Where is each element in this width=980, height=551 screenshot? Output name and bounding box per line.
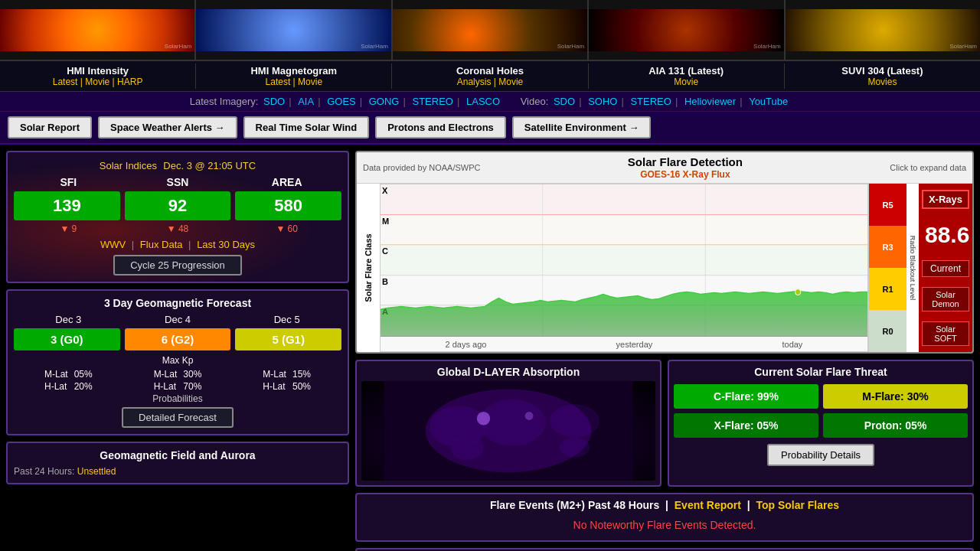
video-label: Video:	[521, 96, 549, 107]
suvi304-cell: SolarHam	[786, 0, 980, 60]
sdo-imagery-link[interactable]: SDO	[263, 96, 285, 107]
hmi-intensity-links[interactable]: Latest | Movie | HARP	[3, 77, 192, 87]
prob-col-1: M-Lat 05% H-Lat 20%	[44, 369, 93, 392]
absorption-map[interactable]	[361, 381, 655, 481]
probability-details-button[interactable]: Probability Details	[767, 444, 874, 466]
hmi-intensity-title: HMI Intensity	[3, 65, 192, 77]
aia131-cell: SolarHam	[589, 0, 785, 60]
stereo-imagery-link[interactable]: STEREO	[413, 96, 453, 107]
youtube-video-link[interactable]: YouTube	[749, 96, 788, 107]
coronal-holes-links[interactable]: Analysis | Movie	[395, 77, 584, 87]
cycle-progression-button[interactable]: Cycle 25 Progression	[113, 255, 242, 276]
hmi-mag-latest-link[interactable]: Latest	[266, 77, 291, 87]
image-labels: HMI Intensity Latest | Movie | HARP HMI …	[0, 61, 980, 92]
proton-threat: Proton: 05%	[823, 413, 968, 438]
forecast-day-1: Dec 3	[14, 314, 123, 325]
hmi-magnetogram-cell: SolarHam	[196, 0, 392, 60]
area-header: AREA	[232, 176, 341, 188]
mlat-label-1: M-Lat	[44, 369, 68, 380]
r-levels: R5 R3 R1 R0	[868, 184, 906, 352]
past-hours: Past 24 Hours: Unsettled	[14, 466, 341, 477]
coronal-analysis-link[interactable]: Analysis	[457, 77, 492, 87]
probabilities-label: Probabilities	[14, 393, 341, 404]
aia131-links[interactable]: Movie	[592, 77, 781, 87]
hlat-label-2: H-Lat	[154, 381, 176, 392]
space-weather-alerts-button[interactable]: Space Weather Alerts →	[98, 116, 237, 139]
goes-imagery-link[interactable]: GOES	[327, 96, 356, 107]
aia131-movie-link[interactable]: Movie	[674, 77, 698, 87]
protons-electrons-button[interactable]: Protons and Electrons	[375, 116, 506, 139]
solar-demon-button[interactable]: SolarDemon	[922, 287, 969, 311]
radio-text: Radio Blackout Level	[909, 236, 916, 301]
lasco-imagery-link[interactable]: LASCO	[466, 96, 500, 107]
hlat-val-1: 20%	[74, 381, 93, 392]
mlat-row-1: M-Lat 05%	[44, 369, 93, 380]
indices-changes: ▼ 9 ▼ 48 ▼ 60	[14, 223, 341, 234]
hmi-mag-label: HMI Magnetogram Latest | Movie	[196, 64, 392, 89]
ssn-header: SSN	[123, 176, 233, 188]
goes-label: GOES-16 X-Ray Flux	[640, 169, 730, 180]
flare-click-label[interactable]: Click to expand data	[890, 163, 966, 172]
hmi-latest-link[interactable]: Latest	[53, 77, 78, 87]
aia-imagery-link[interactable]: AIA	[298, 96, 314, 107]
flare-events-label: Flare Events (M2+) Past 48 Hours	[490, 499, 659, 511]
wwv-link[interactable]: WWV	[100, 239, 126, 250]
geo-field-status[interactable]: Unsettled	[77, 466, 116, 477]
hmi-intensity-label: HMI Intensity Latest | Movie | HARP	[0, 64, 196, 89]
image-strip: SolarHam SolarHam SolarHam SolarHam Sola…	[0, 0, 980, 61]
forecast-boxes: 3 (G0) 6 (G2) 5 (G1)	[14, 328, 341, 350]
x-axis: 2 days ago yesterday today	[381, 336, 867, 351]
svg-point-13	[426, 390, 592, 472]
aia131-label: AIA 131 (Latest) Movie	[589, 64, 785, 89]
coronal-movie-link[interactable]: Movie	[498, 77, 523, 87]
forecast-box-2: 6 (G2)	[125, 328, 231, 350]
flare-detection-panel: Data provided by NOAA/SWPC Solar Flare D…	[355, 151, 974, 354]
aia131-title: AIA 131 (Latest)	[592, 65, 781, 77]
watermark: SolarHam	[557, 43, 585, 50]
threat-panel: Current Solar Flare Threat C-Flare: 99% …	[668, 360, 974, 487]
last-30-days-link[interactable]: Last 30 Days	[197, 239, 255, 250]
hlat-row-3: H-Lat 50%	[263, 381, 311, 392]
stereo-video-link[interactable]: STEREO	[630, 96, 671, 107]
hlat-val-3: 50%	[292, 381, 311, 392]
no-events-message: No Noteworthy Flare Events Detected.	[361, 514, 968, 536]
hlat-row-2: H-Lat 70%	[154, 381, 202, 392]
solar-report-button[interactable]: Solar Report	[8, 116, 92, 139]
x-label-2days: 2 days ago	[446, 340, 487, 349]
solar-soft-button[interactable]: SolarSOFT	[922, 321, 969, 346]
hmi-mag-movie-link[interactable]: Movie	[298, 77, 322, 87]
hmi-magnetogram-image: SolarHam	[196, 9, 390, 51]
coronal-holes-title: Coronal Holes	[395, 65, 584, 77]
gong-imagery-link[interactable]: GONG	[369, 96, 400, 107]
event-report-link[interactable]: Event Report	[675, 499, 741, 511]
flare-chart[interactable]: X M C B A	[380, 184, 868, 352]
solar-indices-title: Solar Indices Dec. 3 @ 21:05 UTC	[14, 158, 341, 171]
detailed-forecast-button[interactable]: Detailed Forecast	[122, 407, 234, 428]
helioviewer-video-link[interactable]: Helioviewer	[684, 96, 736, 107]
left-panel: Solar Indices Dec. 3 @ 21:05 UTC SFI SSN…	[6, 151, 349, 551]
real-time-solar-wind-button[interactable]: Real Time Solar Wind	[243, 116, 370, 139]
svg-point-6	[795, 289, 801, 295]
solar-indices-label: Solar Indices	[100, 160, 157, 171]
suvi304-movies-link[interactable]: Movies	[867, 77, 897, 87]
xrays-button[interactable]: X-Rays	[922, 190, 969, 209]
flare-events-title: Flare Events (M2+) Past 48 Hours | Event…	[361, 499, 968, 511]
flux-data-link[interactable]: Flux Data	[140, 239, 183, 250]
hmi-harp-link[interactable]: HARP	[117, 77, 142, 87]
satellite-environment-button[interactable]: Satellite Environment →	[512, 116, 652, 139]
latest-imagery-label: Latest Imagery:	[190, 96, 259, 107]
mlat-label-3: M-Lat	[263, 369, 286, 380]
hmi-mag-links[interactable]: Latest | Movie	[199, 77, 388, 87]
area-change: ▼ 60	[232, 223, 341, 234]
top-solar-flares-link[interactable]: Top Solar Flares	[756, 499, 839, 511]
mlat-label-2: M-Lat	[154, 369, 178, 380]
soho-video-link[interactable]: SOHO	[588, 96, 617, 107]
suvi304-links[interactable]: Movies	[788, 77, 977, 87]
current-button[interactable]: Current	[922, 260, 969, 277]
coronal-holes-label: Coronal Holes Analysis | Movie	[392, 64, 588, 89]
sdo-video-link[interactable]: SDO	[554, 96, 575, 107]
r0-level: R0	[869, 310, 906, 352]
hmi-movie-link[interactable]: Movie	[85, 77, 109, 87]
hmi-intensity-image: SolarHam	[0, 9, 194, 51]
flare-header: Data provided by NOAA/SWPC Solar Flare D…	[357, 152, 972, 184]
